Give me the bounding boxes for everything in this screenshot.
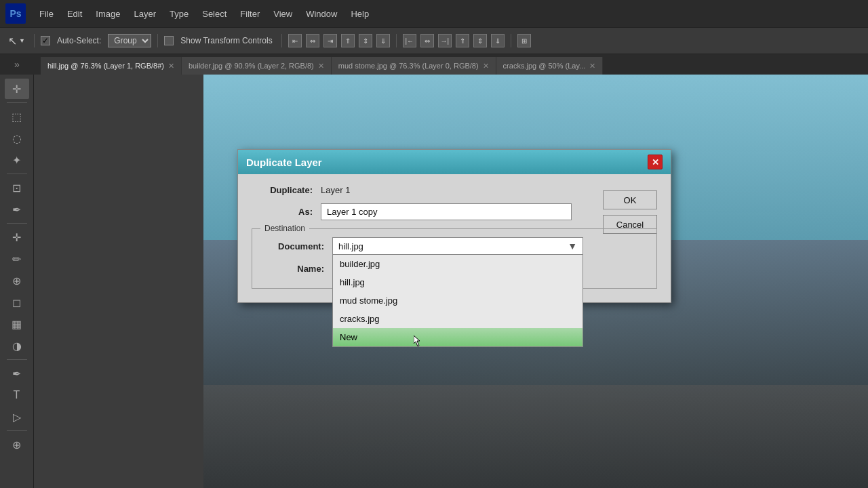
toolbar-sep-4 bbox=[396, 34, 397, 47]
menu-layer[interactable]: Layer bbox=[129, 6, 162, 22]
dropdown-option-builder[interactable]: builder.jpg bbox=[333, 255, 583, 273]
dropdown-option-hill[interactable]: hill.jpg bbox=[333, 273, 583, 291]
align-right-icon[interactable]: ⇥ bbox=[323, 34, 337, 47]
tab-cracks-label: cracks.jpg @ 50% (Lay... bbox=[503, 62, 586, 70]
arrange-icon[interactable]: ⊞ bbox=[517, 34, 531, 47]
show-transform-label: Show Transform Controls bbox=[178, 35, 275, 47]
document-label: Document: bbox=[263, 241, 324, 251]
tools-panel: ✛ ⬚ ◌ ✦ ⊡ ✒ ✛ ✏ ⊕ ◻ ▦ ◑ ✒ T ▷ ⊕ bbox=[0, 75, 34, 488]
tool-sep-1 bbox=[7, 102, 27, 103]
distribute-bottom-icon[interactable]: ⇓ bbox=[491, 34, 505, 47]
path-tool[interactable]: ▷ bbox=[5, 407, 29, 427]
distribute-center-h-icon[interactable]: ⇔ bbox=[420, 34, 434, 47]
menu-type[interactable]: Type bbox=[164, 6, 194, 22]
dialog-close-button[interactable]: ✕ bbox=[648, 155, 663, 169]
move-tool[interactable]: ✛ bbox=[5, 79, 29, 99]
document-row: Document: hill.jpg ▼ builder.jpg hill.jp… bbox=[263, 237, 646, 255]
main-area: ✛ ⬚ ◌ ✦ ⊡ ✒ ✛ ✏ ⊕ ◻ ▦ ◑ ✒ T ▷ ⊕ bbox=[0, 75, 868, 488]
lasso-tool[interactable]: ◌ bbox=[5, 128, 29, 148]
panel-toggle-icon[interactable]: » bbox=[14, 59, 20, 70]
distribute-center-v-icon[interactable]: ⇕ bbox=[473, 34, 487, 47]
menu-file[interactable]: File bbox=[34, 6, 59, 22]
tool-sep-3 bbox=[7, 223, 27, 224]
name-label: Name: bbox=[263, 264, 324, 274]
canvas-area: Duplicate Layer ✕ OK Cancel Duplicate: L… bbox=[34, 75, 868, 488]
dialog-title: Duplicate Layer bbox=[246, 157, 322, 168]
document-dropdown-container: hill.jpg ▼ builder.jpg hill.jpg mud stom… bbox=[332, 237, 583, 255]
gradient-tool[interactable]: ▦ bbox=[5, 314, 29, 334]
menu-filter[interactable]: Filter bbox=[235, 6, 265, 22]
show-transform-checkbox[interactable] bbox=[164, 36, 174, 45]
toolbar: ↖ ▼ ✓ Auto-Select: Group Show Transform … bbox=[0, 27, 868, 54]
distribute-top-icon[interactable]: ⇑ bbox=[456, 34, 469, 47]
tab-builder-label: builder.jpg @ 90.9% (Layer 2, RGB/8) bbox=[189, 62, 314, 70]
duplicate-label: Duplicate: bbox=[252, 185, 313, 195]
pen-tool[interactable]: ✒ bbox=[5, 363, 29, 384]
tool-sep-2 bbox=[7, 174, 27, 174]
eraser-tool[interactable]: ◻ bbox=[5, 292, 29, 312]
tab-hill-label: hill.jpg @ 76.3% (Layer 1, RGB/8#) bbox=[47, 62, 164, 70]
distribute-right-icon[interactable]: →| bbox=[438, 34, 452, 47]
auto-select-label: Auto-Select: bbox=[54, 35, 104, 47]
marquee-tool[interactable]: ⬚ bbox=[5, 106, 29, 127]
menu-window[interactable]: Window bbox=[300, 6, 342, 22]
align-bottom-icon[interactable]: ⇓ bbox=[376, 34, 390, 47]
tool-sep-5 bbox=[7, 430, 27, 431]
zoom-tool[interactable]: ⊕ bbox=[5, 434, 29, 455]
tab-builder[interactable]: builder.jpg @ 90.9% (Layer 2, RGB/8) ✕ bbox=[182, 57, 332, 75]
type-tool[interactable]: T bbox=[5, 385, 29, 405]
menu-help[interactable]: Help bbox=[345, 6, 374, 22]
align-center-h-icon[interactable]: ⇔ bbox=[306, 34, 319, 47]
toolbar-sep-2 bbox=[157, 34, 158, 47]
tab-mudstome-close[interactable]: ✕ bbox=[483, 62, 489, 70]
tab-builder-close[interactable]: ✕ bbox=[318, 62, 324, 70]
toolbar-sep-5 bbox=[511, 34, 511, 47]
as-label: As: bbox=[252, 207, 313, 217]
crop-tool[interactable]: ⊡ bbox=[5, 178, 29, 198]
dodge-tool[interactable]: ◑ bbox=[5, 336, 29, 356]
tab-cracks-close[interactable]: ✕ bbox=[589, 62, 595, 70]
dropdown-option-new[interactable]: New bbox=[333, 328, 583, 346]
auto-select-checkbox[interactable]: ✓ bbox=[41, 36, 50, 45]
as-input[interactable] bbox=[321, 203, 572, 220]
tab-hill-close[interactable]: ✕ bbox=[168, 62, 174, 70]
align-top-icon[interactable]: ⇑ bbox=[341, 34, 355, 47]
toolbar-sep-3 bbox=[281, 34, 282, 47]
menu-bar: Ps File Edit Image Layer Type Select Fil… bbox=[0, 0, 868, 27]
menu-select[interactable]: Select bbox=[197, 6, 232, 22]
tab-cracks[interactable]: cracks.jpg @ 50% (Lay... ✕ bbox=[496, 57, 604, 75]
rocks-bg bbox=[203, 385, 868, 489]
tab-bar: » hill.jpg @ 76.3% (Layer 1, RGB/8#) ✕ b… bbox=[0, 54, 868, 75]
dialog-body: OK Cancel Duplicate: Layer 1 As: bbox=[238, 174, 671, 302]
document-dropdown-list: builder.jpg hill.jpg mud stome.jpg crack… bbox=[332, 255, 583, 347]
dialog-titlebar: Duplicate Layer ✕ bbox=[238, 150, 671, 174]
tab-mudstome-label: mud stome.jpg @ 76.3% (Layer 0, RGB/8) bbox=[338, 62, 479, 70]
tab-mudstome[interactable]: mud stome.jpg @ 76.3% (Layer 0, RGB/8) ✕ bbox=[332, 57, 496, 75]
dropdown-option-mudstome[interactable]: mud stome.jpg bbox=[333, 291, 583, 310]
destination-group: Destination Document: hill.jpg ▼ bbox=[252, 228, 657, 289]
dropdown-option-cracks[interactable]: cracks.jpg bbox=[333, 310, 583, 328]
duplicate-layer-dialog: Duplicate Layer ✕ OK Cancel Duplicate: L… bbox=[237, 149, 671, 303]
auto-select-group-dropdown[interactable]: Group bbox=[108, 34, 151, 47]
app-logo: Ps bbox=[5, 3, 26, 24]
menu-view[interactable]: View bbox=[268, 6, 298, 22]
toolbar-sep-1 bbox=[34, 34, 35, 47]
align-left-icon[interactable]: ⇤ bbox=[288, 34, 302, 47]
duplicate-value: Layer 1 bbox=[321, 185, 350, 195]
tab-hill[interactable]: hill.jpg @ 76.3% (Layer 1, RGB/8#) ✕ bbox=[41, 57, 182, 75]
brush-tool[interactable]: ✏ bbox=[5, 249, 29, 269]
move-tool-btn[interactable]: ↖ ▼ bbox=[5, 33, 28, 49]
duplicate-row: Duplicate: Layer 1 bbox=[252, 185, 657, 195]
menu-edit[interactable]: Edit bbox=[62, 6, 87, 22]
chevron-down-icon: ▼ bbox=[568, 241, 577, 251]
document-dropdown[interactable]: hill.jpg ▼ bbox=[332, 237, 583, 255]
ok-button[interactable]: OK bbox=[603, 190, 657, 209]
clone-tool[interactable]: ⊕ bbox=[5, 270, 29, 291]
align-center-v-icon[interactable]: ⇕ bbox=[359, 34, 372, 47]
heal-tool[interactable]: ✛ bbox=[5, 227, 29, 247]
as-row: As: bbox=[252, 203, 657, 220]
eyedropper-tool[interactable]: ✒ bbox=[5, 199, 29, 220]
magic-wand-tool[interactable]: ✦ bbox=[5, 150, 29, 170]
menu-image[interactable]: Image bbox=[90, 6, 125, 22]
distribute-left-icon[interactable]: |← bbox=[403, 34, 416, 47]
